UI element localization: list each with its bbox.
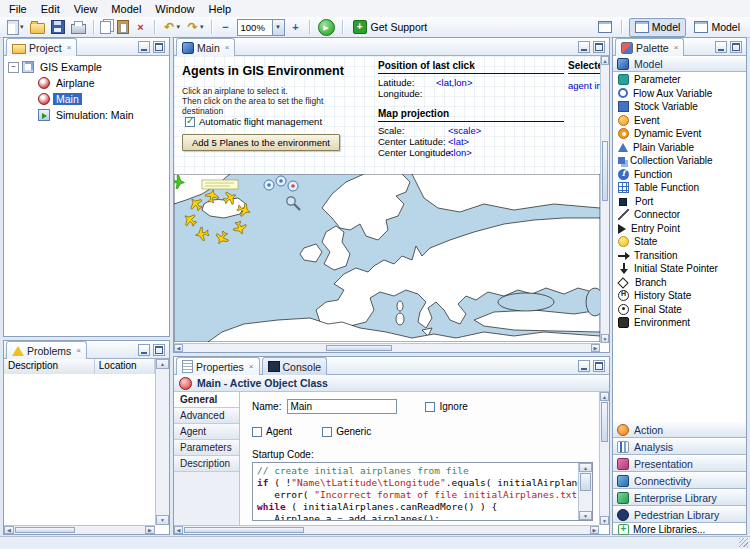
palette-item-initial-state-pointer[interactable]: Initial State Pointer (613, 262, 746, 276)
vertical-scrollbar[interactable]: ▲ ▼ (600, 56, 609, 343)
scroll-left-icon[interactable]: ◀ (4, 526, 14, 534)
palette-item-event[interactable]: Event (613, 114, 746, 128)
zoom-in-button[interactable]: + (287, 17, 305, 37)
minimize-icon[interactable] (578, 360, 590, 372)
palette-section-analysis[interactable]: Analysis (613, 438, 746, 455)
scroll-up-icon[interactable]: ▲ (601, 56, 609, 65)
startup-code-editor[interactable]: // create initial airplanes from fileif … (253, 463, 579, 520)
scroll-down-icon[interactable]: ▼ (579, 511, 592, 520)
palette-item-environment[interactable]: Environment (613, 316, 746, 330)
redo-button[interactable]: ↷▾ (183, 17, 207, 37)
copy-button[interactable] (99, 17, 114, 37)
horizontal-scrollbar[interactable]: ◀ ▶ (174, 525, 599, 534)
properties-tab-description[interactable]: Description (174, 456, 239, 472)
palette-section-action[interactable]: Action (613, 421, 746, 438)
menu-item-file[interactable]: File (2, 2, 34, 16)
undo-button[interactable]: ↶▾ (160, 17, 184, 37)
tree-item-main[interactable]: Main (4, 91, 169, 107)
properties-tab-agent[interactable]: Agent (174, 424, 239, 440)
scrollbar-thumb[interactable] (601, 402, 608, 442)
scroll-down-icon[interactable]: ▼ (601, 334, 609, 343)
gis-map[interactable] (174, 174, 600, 342)
menu-item-help[interactable]: Help (201, 2, 238, 16)
palette-item-transition[interactable]: Transition (613, 249, 746, 263)
tab-project[interactable]: Project × (6, 38, 77, 56)
close-icon[interactable]: × (67, 43, 72, 52)
palette-item-state[interactable]: State (613, 235, 746, 249)
palette-section-presentation[interactable]: Presentation (613, 455, 746, 472)
more-libraries-link[interactable]: More Libraries... (613, 523, 746, 536)
palette-item-parameter[interactable]: Parameter (613, 73, 746, 87)
maximize-icon[interactable] (153, 41, 165, 53)
get-support-button[interactable]: + Get Support (348, 17, 433, 37)
scrollbar-thumb[interactable] (580, 473, 591, 491)
menu-item-view[interactable]: View (67, 2, 105, 16)
palette-section-model[interactable]: Model (613, 56, 746, 72)
scroll-right-icon[interactable]: ▶ (590, 526, 599, 534)
minimize-icon[interactable] (138, 344, 150, 356)
palette-item-dynamic-event[interactable]: Dynamic Event (613, 127, 746, 141)
tab-palette[interactable]: Palette × (615, 38, 684, 56)
maximize-icon[interactable] (593, 360, 605, 372)
scroll-left-icon[interactable]: ◀ (174, 526, 183, 534)
palette-item-collection-variable[interactable]: Collection Variable (613, 154, 746, 168)
open-model-button[interactable] (27, 17, 48, 37)
close-icon[interactable]: × (76, 346, 81, 355)
palette-section-connectivity[interactable]: Connectivity (613, 472, 746, 489)
delete-button[interactable]: × (132, 17, 150, 37)
palette-item-port[interactable]: Port (613, 195, 746, 209)
open-perspective-button[interactable] (595, 17, 615, 37)
scroll-left-icon[interactable]: ◀ (174, 344, 183, 352)
save-button[interactable] (48, 17, 68, 37)
minimize-icon[interactable] (578, 41, 590, 53)
palette-section-enterprise-library[interactable]: Enterprise Library (613, 489, 746, 506)
palette-item-function[interactable]: Function (613, 168, 746, 182)
tree-item-gis-example[interactable]: −GIS Example (4, 59, 169, 75)
palette-item-plain-variable[interactable]: Plain Variable (613, 141, 746, 155)
palette-item-final-state[interactable]: Final State (613, 303, 746, 317)
minimize-icon[interactable] (138, 41, 150, 53)
add-planes-button[interactable]: Add 5 Planes to the environment (182, 134, 340, 151)
properties-tab-general[interactable]: General (174, 392, 239, 408)
ignore-checkbox[interactable] (425, 402, 435, 412)
scrollbar-thumb[interactable] (602, 141, 608, 201)
menu-item-edit[interactable]: Edit (34, 2, 67, 16)
name-input[interactable] (287, 399, 397, 414)
scroll-up-icon[interactable]: ▲ (600, 392, 609, 401)
palette-item-connector[interactable]: Connector (613, 208, 746, 222)
tab-main[interactable]: Main × (176, 38, 235, 56)
scrollbar-thumb[interactable] (15, 527, 75, 533)
generic-checkbox[interactable] (322, 427, 332, 437)
chevron-down-icon[interactable]: ▾ (272, 20, 284, 35)
menu-item-window[interactable]: Window (148, 2, 201, 16)
zoom-out-button[interactable]: − (217, 17, 235, 37)
column-header-location[interactable]: Location (95, 359, 155, 374)
auto-flight-checkbox[interactable] (185, 117, 195, 127)
vertical-scrollbar[interactable]: ▲ ▼ (599, 392, 609, 525)
zoom-level-select[interactable]: 100%▾ (237, 19, 285, 36)
minimize-icon[interactable] (715, 41, 727, 53)
vertical-scrollbar[interactable]: ▲ ▼ (155, 359, 169, 525)
scroll-down-icon[interactable]: ▼ (156, 515, 169, 525)
properties-tab-advanced[interactable]: Advanced (174, 408, 239, 424)
run-button[interactable]: ▶ (315, 17, 338, 37)
expander-icon[interactable]: − (8, 62, 19, 73)
palette-section-pedestrian-library[interactable]: Pedestrian Library (613, 506, 746, 523)
perspective-model-button-2[interactable]: Model (688, 18, 746, 37)
problems-list[interactable] (4, 374, 155, 525)
tab-problems[interactable]: Problems × (6, 341, 87, 359)
tab-properties[interactable]: Properties× (176, 357, 260, 375)
scroll-up-icon[interactable]: ▲ (579, 463, 592, 472)
maximize-icon[interactable] (730, 41, 742, 53)
tab-console[interactable]: Console (262, 357, 328, 375)
perspective-model-button[interactable]: Model (629, 18, 687, 37)
properties-tab-parameters[interactable]: Parameters (174, 440, 239, 456)
scrollbar-thumb[interactable] (326, 345, 392, 351)
close-icon[interactable]: × (674, 43, 679, 52)
editor-canvas[interactable]: Agents in GIS Environment Click an airpl… (174, 56, 600, 343)
tree-item-airplane[interactable]: Airplane (4, 75, 169, 91)
palette-item-branch[interactable]: Branch (613, 276, 746, 290)
scroll-right-icon[interactable]: ▶ (145, 526, 155, 534)
scroll-up-icon[interactable]: ▲ (156, 359, 169, 369)
scroll-down-icon[interactable]: ▼ (600, 516, 609, 525)
